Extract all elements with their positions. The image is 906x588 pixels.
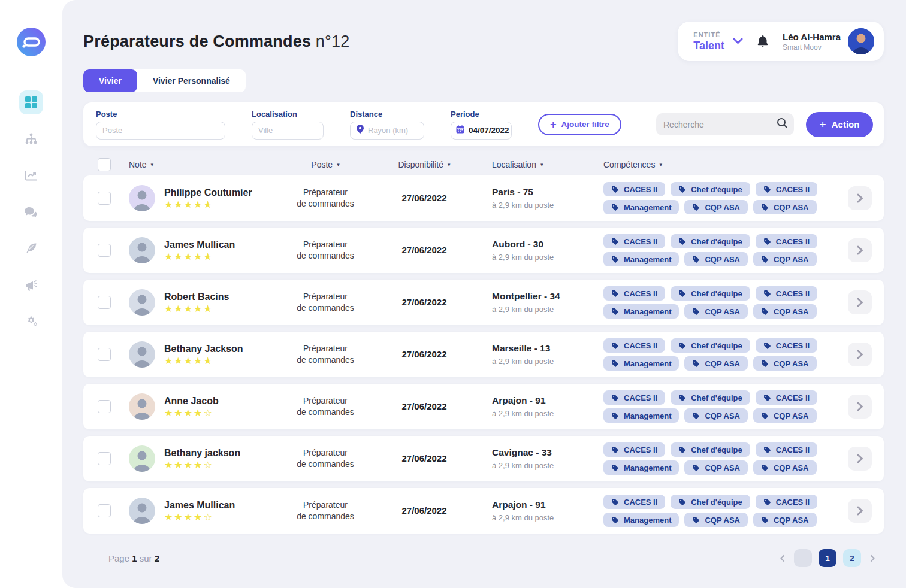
poste-line-1: Préparateur [271, 187, 379, 198]
location-city: Paris - 75 [492, 187, 603, 198]
row-open-button[interactable] [848, 343, 872, 366]
rating-stars: ★★★★★☆ [164, 252, 235, 262]
column-header-note[interactable]: Note▾ [129, 160, 153, 169]
competence-tag: CQP ASA [753, 252, 817, 266]
notifications-bell-icon[interactable] [756, 34, 769, 49]
row-checkbox[interactable] [98, 348, 111, 361]
row-checkbox[interactable] [98, 296, 111, 309]
row-open-button[interactable] [848, 499, 872, 523]
action-button[interactable]: + Action [806, 112, 873, 137]
poste-filter-input[interactable] [96, 122, 225, 140]
row-checkbox[interactable] [98, 504, 111, 517]
entity-value: Talent [693, 40, 724, 52]
row-checkbox[interactable] [98, 452, 111, 465]
row-open-button[interactable] [848, 238, 872, 262]
candidate-name[interactable]: Philippe Coutumier [164, 187, 252, 198]
candidate-name[interactable]: Anne Jacob [164, 396, 219, 407]
tag-icon [678, 498, 686, 506]
search-input[interactable] [663, 120, 772, 129]
poste-cell: Préparateur de commandes [271, 239, 379, 262]
row-open-button[interactable] [848, 395, 872, 419]
column-header-localisation[interactable]: Localisation▾ [492, 160, 603, 169]
competence-tag: Chef d'équipe [671, 495, 750, 509]
table-row: Philippe Coutumier ★★★★★☆ Préparateur de… [83, 175, 884, 221]
next-page-icon[interactable] [868, 552, 878, 565]
column-header-poste[interactable]: Poste▾ [271, 160, 379, 169]
candidate-name[interactable]: Robert Bacins [164, 292, 229, 302]
tag-icon [678, 290, 686, 298]
competence-tag: Management [603, 408, 679, 423]
competences-cell: CACES IIChef d'équipeCACES II Management… [603, 234, 848, 266]
row-open-button[interactable] [848, 447, 872, 471]
tag-icon [678, 446, 686, 454]
sidebar-item-settings[interactable] [19, 310, 43, 334]
candidate-name[interactable]: Bethany jackson [164, 448, 240, 459]
select-all-checkbox[interactable] [98, 158, 111, 171]
sidebar-item-notes[interactable] [19, 237, 43, 260]
search-icon[interactable] [777, 117, 788, 131]
page-placeholder-button[interactable] [794, 549, 812, 567]
location-city: Arpajon - 91 [492, 395, 603, 406]
competence-tag: CACES II [756, 286, 817, 301]
column-header-competences[interactable]: Compétences▾ [603, 160, 848, 169]
competence-tag: CQP ASA [684, 252, 748, 266]
competence-tag: Chef d'équipe [671, 182, 750, 196]
tab-vivier[interactable]: Vivier [83, 69, 137, 92]
competences-cell: CACES IIChef d'équipeCACES II Management… [603, 182, 848, 214]
page-button-2[interactable]: 2 [843, 549, 861, 567]
row-checkbox[interactable] [98, 192, 111, 205]
distance-filter-label: Distance [350, 110, 424, 119]
header-user-card: ENTITÉ Talent Léo Al-Hamra Smart Moov [678, 22, 884, 61]
tag-icon [763, 238, 771, 245]
competence-tag: Management [603, 200, 679, 214]
sidebar-item-announcements[interactable] [19, 273, 43, 297]
dashboard-grid-icon [25, 96, 38, 109]
location-cell: Montpellier - 34 à 2,9 km du poste [492, 291, 603, 314]
sidebar-item-messages[interactable] [19, 200, 43, 224]
location-city: Arpajon - 91 [492, 499, 603, 510]
row-open-button[interactable] [848, 186, 872, 210]
user-menu[interactable]: Léo Al-Hamra Smart Moov [783, 28, 874, 54]
page-button-1[interactable]: 1 [819, 549, 836, 567]
sort-caret-icon: ▾ [151, 162, 154, 168]
location-distance: à 2,9 km du poste [492, 253, 603, 262]
add-filter-button[interactable]: + Ajouter filtre [538, 114, 621, 135]
location-city: Aubord - 30 [492, 239, 603, 250]
row-checkbox[interactable] [98, 400, 111, 413]
competence-tag: Management [603, 304, 679, 319]
competence-tag: Chef d'équipe [671, 338, 750, 353]
tag-line-2: ManagementCQP ASACQP ASA [603, 304, 848, 319]
column-header-disponibilite[interactable]: Disponibilité▾ [379, 160, 469, 169]
row-checkbox[interactable] [98, 244, 111, 257]
competences-cell: CACES IIChef d'équipeCACES II Management… [603, 338, 848, 371]
tab-vivier-personnalise[interactable]: Vivier Personnalisé [137, 69, 246, 92]
competence-tag: Chef d'équipe [671, 442, 750, 457]
poste-line-2: de commandes [271, 511, 379, 522]
rating-stars: ★★★★☆ [164, 460, 240, 470]
tag-line-2: ManagementCQP ASACQP ASA [603, 460, 848, 475]
table-body: Philippe Coutumier ★★★★★☆ Préparateur de… [83, 175, 884, 534]
megaphone-icon [23, 278, 39, 292]
row-open-button[interactable] [848, 290, 872, 314]
entity-selector[interactable]: ENTITÉ Talent [693, 31, 743, 52]
table-row: Bethany Jackson ★★★★★☆ Préparateur de co… [83, 332, 884, 377]
app-logo-icon[interactable] [17, 28, 46, 56]
previous-page-icon[interactable] [777, 552, 787, 565]
competence-tag: Management [603, 356, 679, 371]
competence-tag: CACES II [756, 234, 817, 248]
candidate-name[interactable]: Bethany Jackson [164, 344, 243, 354]
sidebar-item-analytics[interactable] [19, 163, 43, 187]
competence-tag: CQP ASA [684, 356, 748, 371]
periode-date-picker[interactable]: 04/07/2022 [451, 122, 512, 140]
distance-filter-input[interactable] [350, 122, 424, 140]
location-city: Cavignac - 33 [492, 447, 603, 458]
sidebar-item-dashboard[interactable] [19, 90, 43, 114]
rating-stars: ★★★★★☆ [164, 356, 243, 366]
localisation-filter-input[interactable] [252, 122, 324, 140]
sidebar-item-organization[interactable] [19, 127, 43, 151]
candidate-name[interactable]: James Mullican [164, 500, 235, 511]
competence-tag: Chef d'équipe [671, 390, 750, 405]
candidate-avatar [129, 341, 155, 368]
poste-filter-label: Poste [96, 110, 225, 119]
candidate-name[interactable]: James Mullican [164, 240, 235, 250]
